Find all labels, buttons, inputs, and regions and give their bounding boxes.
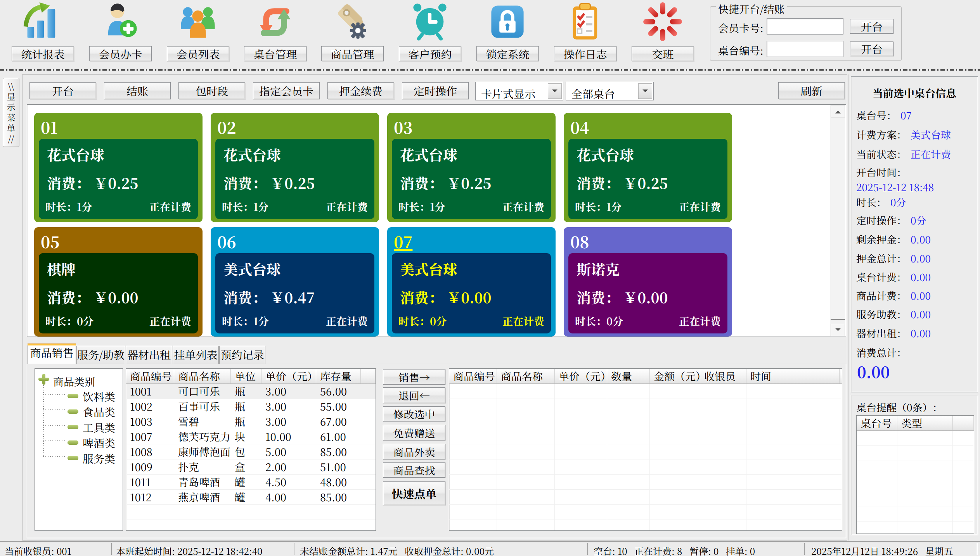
table-toolbar-button-4[interactable]: 押金续费 [327,82,394,99]
sale-col-header[interactable]: 收银员 [700,369,746,383]
tab-0[interactable]: 商品销售 [28,344,76,364]
reminder-table[interactable]: 桌台号类型 [856,415,974,534]
tab-4[interactable]: 预约记录 [219,346,265,364]
tree-node-4[interactable]: 服务类 [83,451,115,466]
table-card-06[interactable]: 06 美式台球 消费： ￥0.47 时长：1分 正在计费 [211,227,379,337]
reminder-col-header[interactable]: 桌台号 [857,416,897,430]
tab-1[interactable]: 服务/助教 [76,346,125,364]
sale-cell [700,384,746,399]
table-card-03[interactable]: 03 花式台球 消费： ￥0.25 时长：1分 正在计费 [387,113,556,222]
stats-report-button[interactable]: 统计报表 [12,46,74,61]
product-row-1012[interactable]: 1012燕京啤酒罐4.0085.00 [126,490,376,505]
free-gift-button[interactable]: 免费赠送 [383,425,445,440]
info-label: 器材出租： [856,326,907,340]
modify-selected-button[interactable]: 修改选中 [383,406,445,421]
tree-node-2[interactable]: 工具类 [83,420,115,435]
tree-root-icon[interactable] [38,373,50,385]
product-col-header[interactable]: 单价（元） [261,369,316,383]
product-row-1003[interactable]: 1003雪碧瓶3.0067.00 [126,414,376,429]
table-card-05[interactable]: 05 棋牌 消费： ￥0.00 时长：0分 正在计费 [34,227,203,337]
tab-2[interactable]: 器材出租 [126,346,172,364]
table-toolbar-button-5[interactable]: 定时操作 [402,82,469,99]
table-toolbar-button-2[interactable]: 包时段 [178,82,245,99]
product-table[interactable]: 商品编号商品名称单位单价（元）库存量1001可口可乐瓶3.0056.001002… [126,368,376,531]
table-no-open-button[interactable]: 开台 [850,41,893,56]
selected-table-info-panel: 当前选中桌台信息 桌台号：07 计费方案：美式台球 当前状态：正在计费 开台时间… [851,76,978,392]
member-list-button[interactable]: 会员列表 [167,46,229,61]
sale-col-header[interactable]: 单价（元） [555,369,607,383]
sale-col-header[interactable]: 商品编号 [449,369,497,383]
takeout-button[interactable]: 商品外卖 [383,444,445,459]
view-mode-select[interactable]: 卡片式显示 [475,82,563,100]
button-label: 商品管理 [331,46,374,62]
tree-node-0[interactable]: 饮料类 [83,389,115,404]
product-col-header[interactable]: 单位 [231,369,261,383]
sale-table[interactable]: 商品编号商品名称单价（元）数量金额（元）收银员时间 [449,368,842,531]
sale-col-header[interactable]: 时间 [746,369,840,383]
table-toolbar-button-1[interactable]: 结账 [104,82,171,99]
product-row-1007[interactable]: 1007德芙巧克力块10.0061.00 [126,429,376,444]
table-card-name: 花式台球 [400,144,457,165]
sale-col-header[interactable]: 数量 [607,369,650,383]
table-toolbar-button-3[interactable]: 指定会员卡 [253,82,320,99]
scroll-up-icon[interactable] [831,105,845,117]
chevron-down-icon[interactable] [638,83,652,99]
product-cell: 百事可乐 [174,399,231,414]
info-label: 桌台号： [856,108,897,122]
appointment-button[interactable]: 客户预约 [399,46,461,61]
button-label: 开台 [52,83,74,98]
show-menu-tab[interactable]: \\显示菜单// [3,78,19,147]
sale-cell [607,490,650,504]
return-button[interactable]: 退回← [383,387,445,403]
product-row-1001[interactable]: 1001可口可乐瓶3.0056.00 [126,384,376,399]
toolbar-item-lock-system: 锁定系统 [476,0,538,66]
toolbar-item-table-manage: 桌台管理 [244,0,306,66]
product-search-button[interactable]: 商品查找 [383,462,445,478]
table-card-07[interactable]: 07 美式台球 消费： ￥0.00 时长：0分 正在计费 [387,227,556,337]
info-row-table-fee: 桌台计费：0.00 [856,269,931,284]
table-card-08[interactable]: 08 斯诺克 消费： ￥0.00 时长：0分 正在计费 [564,227,732,337]
sale-cell [497,475,555,489]
operation-log-button[interactable]: 操作日志 [554,46,616,61]
tree-node-3[interactable]: 啤酒类 [83,435,115,451]
quick-order-button[interactable]: 快速点单 [383,481,445,505]
member-card-input[interactable] [767,18,843,35]
product-row-1002[interactable]: 1002百事可乐瓶3.0055.00 [126,399,376,414]
vertical-scrollbar[interactable] [830,105,845,336]
scrollbar-thumb[interactable] [831,118,845,320]
product-row-1008[interactable]: 1008康师傅泡面包5.0085.00 [126,444,376,459]
scroll-down-icon[interactable] [831,324,845,336]
chevron-down-icon[interactable] [548,83,562,99]
table-no-input[interactable] [767,41,843,57]
table-filter-select[interactable]: 全部桌台 [566,82,654,100]
button-label: 交班 [652,46,674,62]
product-manage-button[interactable]: 商品管理 [321,46,384,61]
tree-node-1[interactable]: 食品类 [83,404,115,420]
product-col-header[interactable]: 库存量 [316,369,361,383]
product-col-header[interactable]: 商品编号 [126,369,174,383]
table-card-04[interactable]: 04 花式台球 消费： ￥0.25 时长：1分 正在计费 [564,113,732,222]
product-row-1009[interactable]: 1009扑克盒2.0051.00 [126,459,376,475]
refresh-button[interactable]: 刷新 [778,82,845,99]
table-card-number: 01 [41,116,57,138]
product-row-1011[interactable]: 1011青岛啤酒罐4.5048.00 [126,475,376,490]
product-col-header[interactable]: 商品名称 [174,369,231,383]
lock-system-button[interactable]: 锁定系统 [476,46,539,61]
shift-change-button[interactable]: 交班 [632,46,694,61]
tree-connector [43,409,66,410]
table-toolbar-button-0[interactable]: 开台 [29,82,96,99]
info-label: 消费总计： [856,345,907,359]
button-label: 桌台管理 [253,46,297,62]
sell-button[interactable]: 销售→ [383,369,445,385]
table-card-01[interactable]: 01 花式台球 消费： ￥0.25 时长：1分 正在计费 [34,113,203,222]
reminder-col-header[interactable]: 类型 [897,416,953,430]
table-card-02[interactable]: 02 花式台球 消费： ￥0.25 时长：1分 正在计费 [211,113,379,222]
sale-col-header[interactable]: 金额（元） [650,369,700,383]
tab-3[interactable]: 挂单列表 [173,346,219,364]
sale-col-header[interactable]: 商品名称 [497,369,555,383]
member-add-button[interactable]: 会员办卡 [89,46,152,61]
sale-cell [449,399,497,414]
product-cell: 康师傅泡面 [174,444,231,459]
table-manage-button[interactable]: 桌台管理 [244,46,306,61]
member-card-open-button[interactable]: 开台 [850,19,893,34]
